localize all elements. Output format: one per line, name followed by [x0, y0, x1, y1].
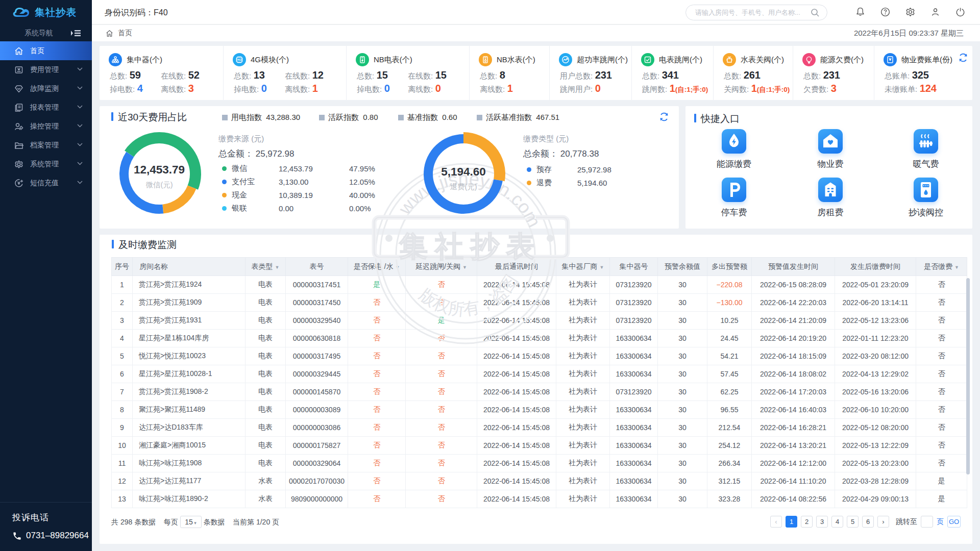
svg-text:4G: 4G — [237, 58, 241, 61]
